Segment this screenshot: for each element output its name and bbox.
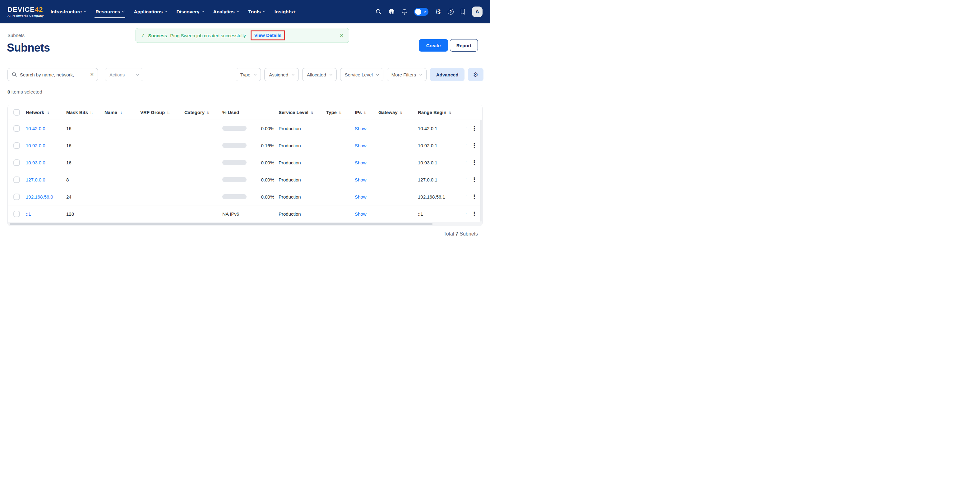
- column-header[interactable]: Type ↑↓: [326, 110, 355, 115]
- nav-menu-item[interactable]: Discovery: [176, 0, 204, 23]
- create-button[interactable]: Create: [419, 39, 448, 52]
- show-ips-link[interactable]: Show: [355, 211, 367, 217]
- theme-toggle-knob: [415, 9, 421, 15]
- nav-menu-item[interactable]: Analytics: [213, 0, 239, 23]
- sort-arrows-icon[interactable]: ↑↓: [90, 110, 92, 115]
- kebab-menu-icon[interactable]: ⋮: [471, 194, 477, 200]
- sort-arrows-icon[interactable]: ↑↓: [207, 110, 209, 115]
- nav-menu-item[interactable]: Tools: [248, 0, 265, 23]
- kebab-menu-icon[interactable]: ⋮: [471, 125, 477, 132]
- sort-arrows-icon[interactable]: ↑↓: [167, 110, 169, 115]
- nav-menu-item[interactable]: Insights+: [275, 0, 296, 23]
- column-header[interactable]: Name ↑↓: [105, 110, 140, 115]
- filter-dropdown[interactable]: Assigned: [264, 68, 299, 81]
- filter-dropdown[interactable]: Allocated: [302, 68, 337, 81]
- row-checkbox[interactable]: [13, 193, 20, 200]
- filter-dropdown[interactable]: More Filters: [387, 68, 426, 81]
- horizontal-scrollbar[interactable]: [8, 222, 482, 226]
- row-checkbox[interactable]: [13, 125, 20, 132]
- show-ips-link[interactable]: Show: [355, 194, 367, 200]
- theme-toggle[interactable]: ☀: [414, 8, 428, 16]
- show-ips-link[interactable]: Show: [355, 160, 367, 165]
- chevron-down-icon: [329, 72, 332, 76]
- nav-menu-item[interactable]: Applications: [134, 0, 167, 23]
- device42-logo[interactable]: DEVICE42 A Freshworks Company: [8, 6, 43, 17]
- usage-percent-value: 0.00%: [247, 177, 278, 182]
- chevron-down-icon: [164, 10, 168, 13]
- kebab-menu-icon[interactable]: ⋮: [471, 143, 477, 149]
- column-header[interactable]: IPs ↑↓: [355, 110, 379, 115]
- sort-arrows-icon[interactable]: ↑↓: [364, 110, 366, 115]
- toast-message: Ping Sweep job created successfully.: [170, 33, 247, 38]
- sort-arrows-icon[interactable]: ↑↓: [46, 110, 48, 115]
- ips-cell: Show: [355, 126, 379, 131]
- sort-arrows-icon[interactable]: ↑↓: [310, 110, 313, 115]
- percent-used-cell: 0.16%: [222, 143, 278, 148]
- sort-arrows-icon[interactable]: ↑↓: [448, 110, 451, 115]
- row-checkbox[interactable]: [13, 176, 20, 183]
- column-header-label: Category: [185, 110, 205, 115]
- kebab-menu-icon[interactable]: ⋮: [471, 177, 477, 183]
- network-link[interactable]: 192.168.56.0: [26, 194, 53, 200]
- network-link[interactable]: 127.0.0.0: [26, 177, 45, 182]
- kebab-menu-icon[interactable]: ⋮: [471, 160, 477, 166]
- filter-dropdown-label: More Filters: [391, 72, 416, 78]
- help-icon[interactable]: ?: [448, 9, 453, 14]
- nav-menu-item[interactable]: Infrastructure: [50, 0, 86, 23]
- toast-close-icon[interactable]: ✕: [340, 33, 344, 38]
- network-link[interactable]: 10.92.0.0: [26, 143, 45, 148]
- filter-dropdown[interactable]: Service Level: [340, 68, 383, 81]
- network-link[interactable]: ::1: [26, 211, 31, 217]
- column-header[interactable]: VRF Group ↑↓: [140, 110, 185, 115]
- column-header[interactable]: Service Level ↑↓: [278, 110, 326, 115]
- search-icon: [11, 72, 17, 78]
- globe-icon[interactable]: [388, 8, 395, 15]
- bookmark-icon[interactable]: [460, 8, 465, 15]
- filter-dropdown-label: Assigned: [269, 72, 288, 78]
- search-box[interactable]: ✕: [8, 68, 98, 81]
- table-settings-button[interactable]: ⚙: [468, 68, 484, 81]
- column-header[interactable]: Mask Bits ↑↓: [66, 110, 105, 115]
- row-checkbox[interactable]: [13, 211, 20, 217]
- table-row: 127.0.0.0 8 0.00% Production Show 127.0.…: [8, 171, 482, 188]
- sort-arrows-icon[interactable]: ↑↓: [119, 110, 122, 115]
- report-button[interactable]: Report: [450, 39, 478, 52]
- column-header[interactable]: % Used ↑↓: [222, 110, 278, 115]
- show-ips-link[interactable]: Show: [355, 177, 367, 182]
- sort-arrows-icon[interactable]: ↑↓: [399, 110, 402, 115]
- select-all-checkbox[interactable]: [13, 109, 20, 116]
- percent-used-cell: NA IPv6: [222, 211, 278, 217]
- ips-cell: Show: [355, 177, 379, 182]
- filter-dropdown[interactable]: Type: [235, 68, 261, 81]
- column-header[interactable]: Range Begin ↑↓: [418, 110, 466, 115]
- notifications-bell-icon[interactable]: [401, 8, 407, 15]
- row-checkbox[interactable]: [13, 159, 20, 166]
- actions-dropdown[interactable]: Actions: [105, 68, 143, 81]
- sort-arrows-icon[interactable]: ↑↓: [339, 110, 341, 115]
- breadcrumb[interactable]: Subnets: [8, 33, 25, 38]
- user-avatar[interactable]: A: [472, 6, 482, 17]
- column-header[interactable]: Network ↑↓: [26, 110, 66, 115]
- column-header[interactable]: Gateway ↑↓: [379, 110, 418, 115]
- column-header[interactable]: Category ↑↓: [185, 110, 222, 115]
- settings-gear-icon[interactable]: ⚙: [435, 8, 441, 15]
- toast-title: Success: [148, 33, 167, 38]
- advanced-button[interactable]: Advanced: [430, 68, 465, 81]
- show-ips-link[interactable]: Show: [355, 143, 367, 148]
- search-clear-icon[interactable]: ✕: [90, 72, 94, 78]
- horizontal-scrollbar-thumb[interactable]: [10, 223, 433, 225]
- search-input[interactable]: [20, 72, 87, 78]
- view-details-annotation-box: View Details: [251, 30, 285, 40]
- top-navigation-bar: DEVICE42 A Freshworks Company Infrastruc…: [0, 0, 490, 23]
- search-icon[interactable]: [375, 8, 382, 15]
- show-ips-link[interactable]: Show: [355, 126, 367, 131]
- nav-menu-item[interactable]: Resources: [95, 0, 124, 23]
- nav-menu-item-label: Analytics: [213, 9, 235, 14]
- mask-bits-cell: 16: [66, 143, 105, 148]
- service-level-cell: Production: [278, 211, 326, 217]
- kebab-menu-icon[interactable]: ⋮: [471, 211, 477, 217]
- network-link[interactable]: 10.42.0.0: [26, 126, 45, 131]
- network-link[interactable]: 10.93.0.0: [26, 160, 45, 165]
- row-checkbox[interactable]: [13, 142, 20, 149]
- view-details-link[interactable]: View Details: [255, 33, 282, 38]
